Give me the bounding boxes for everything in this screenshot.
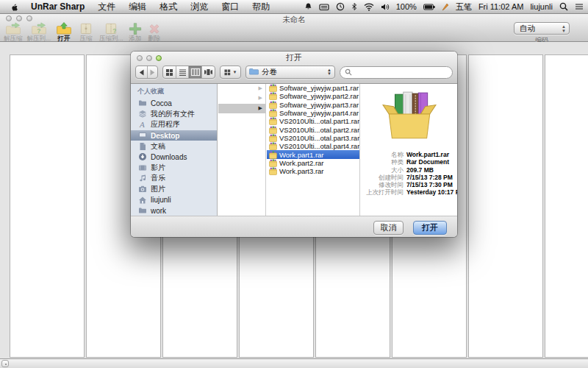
sidebar-item-label: 应用程序 bbox=[151, 119, 180, 130]
coverflow-view-button[interactable] bbox=[201, 66, 215, 78]
cancel-button[interactable]: 取消 bbox=[373, 221, 404, 235]
menu-窗口[interactable]: 窗口 bbox=[215, 0, 245, 14]
toolbar-extract-to-button[interactable]: ?解压到... bbox=[25, 23, 54, 43]
toolbar-extract-button[interactable]: 解压缩 bbox=[1, 23, 25, 43]
volume-icon[interactable] bbox=[381, 3, 390, 11]
rar-archive-icon bbox=[361, 84, 457, 149]
user-name[interactable]: liujunli bbox=[530, 2, 553, 11]
menu-文件[interactable]: 文件 bbox=[91, 0, 122, 14]
forward-button[interactable] bbox=[147, 66, 158, 78]
dialog-sidebar: 个人收藏 Cocoa我的所有文件A应用程序Desktop文稿Downloads影… bbox=[131, 84, 218, 216]
keyboard-icon[interactable] bbox=[319, 3, 329, 11]
open-button[interactable]: 打开 bbox=[413, 221, 447, 235]
toolbar-compress-to-button[interactable]: ?压缩到... bbox=[97, 23, 126, 43]
arrange-menu-button[interactable]: ▼ bbox=[220, 66, 240, 78]
menu-格式[interactable]: 格式 bbox=[153, 0, 184, 14]
menu-编辑[interactable]: 编辑 bbox=[122, 0, 153, 14]
dialog-close-button[interactable] bbox=[137, 55, 143, 61]
folder-icon bbox=[137, 206, 147, 215]
file-row[interactable]: VS2010Ulti...otal.part1.rar bbox=[267, 117, 359, 125]
toolbar-add-button[interactable]: 添加 bbox=[126, 23, 145, 43]
rar-file-icon bbox=[269, 159, 277, 167]
add-icon bbox=[128, 23, 143, 35]
sidebar-item-影片[interactable]: 影片 bbox=[131, 163, 217, 174]
parent-folder-row[interactable]: ▶ bbox=[218, 93, 265, 103]
file-row[interactable]: VS2010Ulti...otal.part2.rar bbox=[267, 125, 359, 133]
battery-icon[interactable] bbox=[423, 4, 435, 10]
parent-folder-row[interactable]: ▶ bbox=[218, 84, 265, 93]
app-menu-title[interactable]: UnRar Sharp bbox=[24, 1, 91, 12]
file-name: Work.part1.rar bbox=[279, 151, 324, 159]
dialog-zoom-button[interactable] bbox=[156, 55, 162, 61]
toolbar-compress-button[interactable]: 压缩 bbox=[75, 23, 97, 43]
file-name: Software_yjwyjw.part1.rar bbox=[279, 84, 359, 92]
sidebar-item-我的所有文件[interactable]: 我的所有文件 bbox=[131, 109, 217, 120]
movies-icon bbox=[137, 163, 147, 172]
file-name: VS2010Ulti...otal.part1.rar bbox=[279, 117, 359, 125]
parent-folder-row[interactable]: ▶ bbox=[218, 104, 265, 113]
menu-浏览[interactable]: 浏览 bbox=[184, 0, 215, 14]
file-info-table: 名称Work.part1.rar种类Rar Document大小209.7 MB… bbox=[361, 149, 457, 197]
location-value: 分卷 bbox=[262, 67, 277, 77]
sidebar-toggle-grip[interactable] bbox=[1, 360, 9, 367]
menu-帮助[interactable]: 帮助 bbox=[245, 0, 276, 14]
dialog-titlebar: 打开 bbox=[131, 52, 457, 64]
back-button[interactable] bbox=[136, 66, 147, 78]
sidebar-item-文稿[interactable]: 文稿 bbox=[131, 141, 217, 152]
info-value: Work.part1.rar bbox=[404, 151, 449, 158]
sidebar-item-应用程序[interactable]: A应用程序 bbox=[131, 119, 217, 130]
file-row[interactable]: Software_yjwyjw.part1.rar bbox=[267, 84, 359, 92]
encoding-dropdown[interactable]: 自动 ▲▼ bbox=[514, 22, 570, 35]
file-row[interactable]: VS2010Ulti...otal.part3.rar bbox=[267, 134, 359, 142]
sidebar-item-cocoa[interactable]: Cocoa bbox=[131, 98, 217, 109]
clock-icon[interactable] bbox=[336, 2, 345, 11]
sidebar-item-downloads[interactable]: Downloads bbox=[131, 152, 217, 163]
search-field[interactable] bbox=[340, 66, 453, 79]
input-method-label[interactable]: 五笔 bbox=[456, 1, 472, 13]
file-row[interactable]: Work.part3.rar bbox=[267, 167, 359, 175]
bell-icon[interactable] bbox=[304, 2, 312, 11]
documents-icon bbox=[137, 142, 147, 151]
spotlight-icon[interactable] bbox=[559, 2, 568, 11]
file-name: Work.part2.rar bbox=[279, 159, 324, 167]
rar-file-icon bbox=[269, 151, 277, 159]
file-row[interactable]: VS2010Ulti...otal.part4.rar bbox=[267, 142, 359, 150]
sidebar-item-liujunli[interactable]: liujunli bbox=[131, 194, 217, 205]
file-info-row: 名称Work.part1.rar bbox=[361, 151, 457, 158]
sidebar-item-desktop[interactable]: Desktop bbox=[131, 130, 217, 141]
apple-menu-icon[interactable] bbox=[4, 2, 24, 12]
bluetooth-icon[interactable] bbox=[351, 2, 357, 11]
notification-icon[interactable] bbox=[575, 3, 584, 10]
sidebar-item-音乐[interactable]: 音乐 bbox=[131, 173, 217, 184]
sidebar-items: Cocoa我的所有文件A应用程序Desktop文稿Downloads影片音乐图片… bbox=[131, 98, 217, 216]
music-icon bbox=[137, 174, 147, 183]
toolbar-delete-button[interactable]: 删除 bbox=[145, 23, 164, 43]
toolbar-open-button[interactable]: 打开 bbox=[53, 23, 75, 43]
list-view-button[interactable] bbox=[176, 66, 188, 78]
column-view-button[interactable] bbox=[188, 66, 201, 78]
pen-icon[interactable] bbox=[442, 3, 449, 11]
location-dropdown[interactable]: 分卷 ▲▼ bbox=[245, 66, 335, 79]
icon-view-button[interactable] bbox=[163, 66, 176, 78]
file-row[interactable]: Work.part1.rar bbox=[267, 150, 359, 158]
chevron-right-icon: ▶ bbox=[259, 95, 262, 101]
browser-column bbox=[468, 54, 543, 358]
compress-to-icon: ? bbox=[102, 23, 120, 35]
battery-percentage[interactable]: 100% bbox=[396, 2, 417, 11]
search-input[interactable] bbox=[354, 68, 452, 77]
sidebar-item-work[interactable]: work bbox=[131, 205, 217, 216]
file-row[interactable]: Software_yjwyjw.part4.rar bbox=[267, 109, 359, 117]
info-value: Rar Document bbox=[404, 158, 449, 166]
info-value: 7/15/13 7:28 PM bbox=[404, 174, 453, 181]
dialog-header: 打开 ▼ 分卷 ▲▼ bbox=[131, 52, 457, 84]
wifi-icon[interactable] bbox=[364, 3, 374, 11]
folder-icon bbox=[137, 99, 147, 107]
sidebar-item-图片[interactable]: 图片 bbox=[131, 184, 217, 195]
info-value: Yesterday 10:17 PM bbox=[404, 188, 457, 196]
dialog-minimize-button[interactable] bbox=[146, 55, 152, 61]
file-row[interactable]: Work.part2.rar bbox=[267, 159, 359, 167]
search-icon bbox=[345, 66, 352, 79]
menu-clock[interactable]: Fri 11:02 AM bbox=[478, 2, 524, 11]
file-row[interactable]: Software_yjwyjw.part3.rar bbox=[267, 101, 359, 109]
file-row[interactable]: Software_yjwyjw.part2.rar bbox=[267, 92, 359, 100]
